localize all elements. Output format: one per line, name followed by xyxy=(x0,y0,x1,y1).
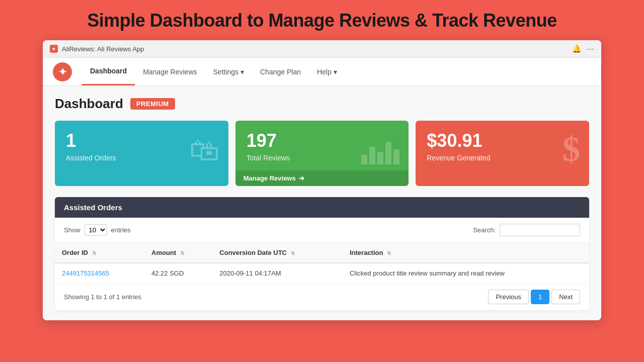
search-label: Search: xyxy=(473,226,496,234)
show-entries-control: Show 10 25 50 entries xyxy=(64,224,131,236)
card-revenue: $30.91 Revenue Generated $ xyxy=(416,121,589,186)
col-amount[interactable]: Amount ⇅ xyxy=(144,243,212,263)
cell-order-id: 2449175314565 xyxy=(55,263,144,284)
dollar-icon: $ xyxy=(562,129,580,169)
dashboard-title: Dashboard xyxy=(55,96,123,112)
browser-window: ♥ AliReviews: Ali Reviews App 🔔 ⋯ ✦ Dash… xyxy=(43,40,601,320)
card-label-revenue: Revenue Generated xyxy=(427,154,578,162)
more-icon[interactable]: ⋯ xyxy=(587,44,594,53)
nav-item-manage-reviews[interactable]: Manage Reviews xyxy=(135,59,205,85)
nav-item-settings[interactable]: Settings ▾ xyxy=(205,59,252,85)
bell-icon[interactable]: 🔔 xyxy=(572,44,582,53)
pagination: Previous 1 Next xyxy=(488,290,580,304)
browser-bar: ♥ AliReviews: Ali Reviews App 🔔 ⋯ xyxy=(43,40,601,58)
orders-section-title: Assisted Orders xyxy=(55,197,589,218)
bar-chart-icon xyxy=(361,137,399,164)
sort-icon-interaction: ⇅ xyxy=(387,250,391,256)
show-label: Show xyxy=(64,226,80,234)
entries-select[interactable]: 10 25 50 xyxy=(85,224,107,236)
nav-item-dashboard[interactable]: Dashboard xyxy=(82,58,135,85)
nav-item-change-plan[interactable]: Change Plan xyxy=(252,59,309,85)
table-row: 2449175314565 42.22 SGD 2020-09-11 04:17… xyxy=(55,263,589,284)
col-interaction[interactable]: Interaction ⇅ xyxy=(343,243,589,263)
premium-badge: PREMIUM xyxy=(130,98,175,110)
main-content: Dashboard PREMIUM 1 Assisted Orders 🛍 19… xyxy=(43,86,601,320)
order-id-link[interactable]: 2449175314565 xyxy=(62,269,109,277)
table-info: Showing 1 to 1 of 1 entries xyxy=(64,293,141,301)
card-assisted-orders: 1 Assisted Orders 🛍 xyxy=(55,121,228,186)
next-button[interactable]: Next xyxy=(551,290,580,304)
sort-icon-order-id: ⇅ xyxy=(92,250,96,256)
search-box: Search: xyxy=(473,224,580,236)
page-heading: Simple Dashboard to Manage Reviews & Tra… xyxy=(87,10,556,31)
nav-bar: ✦ Dashboard Manage Reviews Settings ▾ Ch… xyxy=(43,58,601,86)
cell-date: 2020-09-11 04:17AM xyxy=(212,263,343,284)
col-order-id[interactable]: Order ID ⇅ xyxy=(55,243,144,263)
sort-icon-date: ⇅ xyxy=(291,250,295,256)
search-input[interactable] xyxy=(500,224,580,236)
shopping-bag-icon: 🛍 xyxy=(189,133,219,167)
browser-tab-title: AliReviews: Ali Reviews App xyxy=(62,45,144,53)
app-logo[interactable]: ✦ xyxy=(53,62,72,81)
dashboard-header: Dashboard PREMIUM xyxy=(55,96,589,112)
prev-button[interactable]: Previous xyxy=(488,290,529,304)
cell-amount: 42.22 SGD xyxy=(144,263,212,284)
cards-row: 1 Assisted Orders 🛍 197 Total Reviews Ma… xyxy=(55,121,589,186)
browser-favicon: ♥ xyxy=(50,45,58,53)
cell-interaction: Clicked product title review summary and… xyxy=(343,263,589,284)
card-total-reviews: 197 Total Reviews Manage Reviews ➔ xyxy=(235,121,409,186)
nav-item-help[interactable]: Help ▾ xyxy=(309,59,345,85)
orders-table-section: Assisted Orders Show 10 25 50 entries Se… xyxy=(55,197,589,310)
table-header-row: Order ID ⇅ Amount ⇅ Conversion Date UTC … xyxy=(55,243,589,263)
entries-label: entries xyxy=(111,226,131,234)
manage-reviews-button[interactable]: Manage Reviews ➔ xyxy=(235,170,409,186)
page-1-button[interactable]: 1 xyxy=(531,290,549,304)
table-footer: Showing 1 to 1 of 1 entries Previous 1 N… xyxy=(55,284,589,310)
card-number-revenue: $30.91 xyxy=(427,131,578,151)
sort-icon-amount: ⇅ xyxy=(180,250,184,256)
orders-table: Order ID ⇅ Amount ⇅ Conversion Date UTC … xyxy=(55,243,589,284)
table-controls: Show 10 25 50 entries Search: xyxy=(55,218,589,243)
col-date[interactable]: Conversion Date UTC ⇅ xyxy=(212,243,343,263)
